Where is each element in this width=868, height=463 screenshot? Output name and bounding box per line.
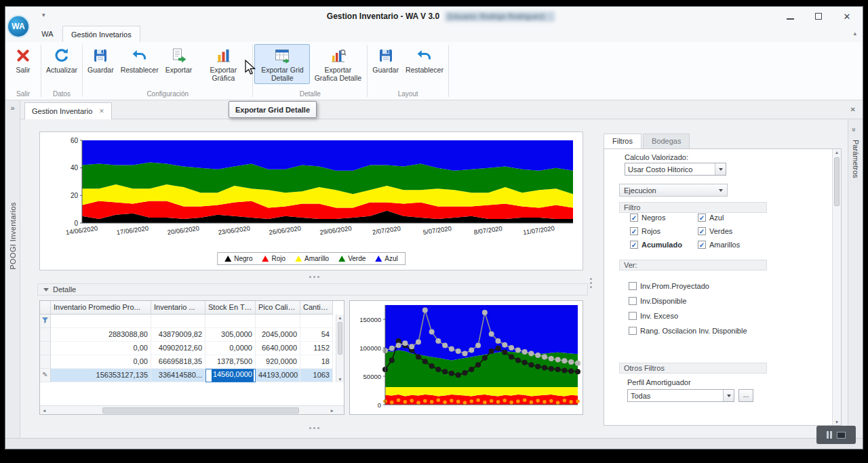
grid-cell[interactable]: 54 bbox=[300, 328, 333, 342]
grid-cell[interactable]: 0,00 bbox=[51, 342, 151, 355]
checkbox-acumulado[interactable]: ✓Acumulado bbox=[630, 241, 682, 249]
scroll-up-icon[interactable]: ▲ bbox=[833, 150, 841, 155]
checkbox-box[interactable]: ✓ bbox=[698, 241, 706, 249]
grid-cell[interactable]: 6640,0000 bbox=[256, 342, 300, 355]
checkbox-rang-oscilacion-inv-disponible[interactable]: Rang. Oscilacion Inv. Disponible bbox=[629, 327, 747, 335]
restablecer-config-button[interactable]: Restablecer bbox=[117, 44, 162, 76]
grid-column-header[interactable]: Pico Calific... bbox=[256, 301, 300, 315]
grid-cell[interactable]: 18 bbox=[300, 355, 333, 369]
dropdown-arrow-icon[interactable] bbox=[715, 163, 726, 175]
pause-icon[interactable] bbox=[827, 431, 829, 439]
editing-cell[interactable]: 14560,0000 bbox=[205, 369, 256, 382]
dropdown-arrow-icon[interactable] bbox=[723, 390, 734, 401]
table-row[interactable]: 0,0040902012,600,00006640,00001152 bbox=[40, 342, 344, 355]
grid-cell[interactable]: 156353127,135 bbox=[51, 369, 151, 382]
right-dock-title[interactable]: Parámetros bbox=[852, 140, 860, 178]
quick-access-caret-icon[interactable]: ▾ bbox=[42, 12, 45, 18]
scrollbar-thumb[interactable] bbox=[338, 322, 342, 355]
ribbon-collapse-icon[interactable]: ▴ bbox=[853, 30, 856, 37]
filter-cell[interactable] bbox=[51, 315, 151, 328]
grid-cell[interactable]: 1378,7500 bbox=[205, 355, 256, 369]
guardar-layout-button[interactable]: Guardar bbox=[369, 44, 402, 76]
checkbox-azul[interactable]: ✓Azul bbox=[698, 214, 724, 222]
checkbox-inv-disponible[interactable]: Inv.Disponible bbox=[629, 297, 686, 305]
checkbox-inv-prom-proyectado[interactable]: Inv.Prom.Proyectado bbox=[629, 282, 709, 290]
grid-cell[interactable]: 1152 bbox=[300, 342, 333, 355]
close-button[interactable]: ✕ bbox=[842, 12, 852, 21]
checkbox-box[interactable] bbox=[629, 282, 637, 290]
grid-cell[interactable]: 336414580... bbox=[151, 369, 205, 382]
checkbox-box[interactable]: ✓ bbox=[630, 214, 638, 222]
grid-cell[interactable]: 0,0000 bbox=[205, 342, 256, 355]
checkbox-box[interactable]: ✓ bbox=[630, 227, 638, 235]
table-row[interactable]: ✎156353127,135336414580...14560,00004419… bbox=[40, 369, 344, 382]
grid-cell[interactable]: 2045,0000 bbox=[256, 328, 300, 342]
table-row[interactable]: 2883088,8043879009,82305,00002045,000054 bbox=[40, 328, 344, 342]
grid-horizontal-scrollbar[interactable]: ◄ ► bbox=[40, 405, 344, 414]
grid-cell[interactable]: 0,00 bbox=[51, 355, 151, 369]
minimize-button[interactable] bbox=[785, 12, 795, 21]
checkbox-box[interactable] bbox=[629, 297, 637, 305]
filter-cell[interactable] bbox=[300, 315, 333, 328]
calc-valorizado-select[interactable]: Usar Costo Hitorico bbox=[625, 163, 726, 176]
checkbox-box[interactable] bbox=[629, 327, 637, 335]
right-dock-strip[interactable]: « Parámetros bbox=[848, 119, 863, 438]
checkbox-rojos[interactable]: ✓Rojos bbox=[630, 227, 660, 235]
scrollbar-thumb[interactable] bbox=[102, 407, 299, 414]
filter-cell[interactable] bbox=[256, 315, 300, 328]
scroll-down-icon[interactable]: ▼ bbox=[336, 377, 344, 382]
grid-cell[interactable]: 2883088,80 bbox=[51, 328, 151, 342]
exportar-grafica-detalle-button[interactable]: Exportar Grafica Detalle bbox=[310, 44, 366, 84]
exportar-grafica-button[interactable]: Exportar Gráfica bbox=[195, 44, 251, 84]
pin-icon[interactable]: « bbox=[850, 128, 857, 132]
perfil-browse-button[interactable]: ... bbox=[738, 389, 753, 402]
actualizar-button[interactable]: Actualizar bbox=[43, 44, 81, 76]
checkbox-box[interactable]: ✓ bbox=[630, 241, 638, 249]
document-tab-close-icon[interactable]: ✕ bbox=[99, 108, 104, 115]
left-dock-title[interactable]: POOGI Inventarios bbox=[9, 202, 17, 270]
grid-column-header[interactable]: Cantidad bbox=[300, 301, 333, 315]
grid-cell[interactable]: 66695818,35 bbox=[151, 355, 205, 369]
checkbox-box[interactable]: ✓ bbox=[698, 214, 706, 222]
grid-filter-row[interactable] bbox=[40, 315, 344, 328]
document-tab-gestion-inventario[interactable]: Gestion Inventario ✕ bbox=[24, 102, 112, 119]
exportar-button[interactable]: Exportar bbox=[162, 44, 196, 76]
checkbox-amarillos[interactable]: ✓Amarillos bbox=[698, 241, 740, 249]
ribbon-app-tab[interactable]: WA bbox=[37, 26, 58, 42]
left-dock-strip[interactable]: » POOGI Inventarios bbox=[5, 100, 20, 438]
checkbox-negros[interactable]: ✓Negros bbox=[630, 214, 665, 222]
scroll-down-icon[interactable]: ▼ bbox=[833, 420, 841, 424]
table-row[interactable]: 0,0066695818,351378,7500920,000018 bbox=[40, 355, 344, 369]
perfil-amortiguador-select[interactable]: Todas bbox=[627, 389, 734, 402]
grid-column-header[interactable]: Inventario ... bbox=[151, 301, 205, 315]
grid-cell[interactable]: 1063 bbox=[300, 369, 333, 382]
checkbox-box[interactable]: ✓ bbox=[698, 227, 706, 235]
grid-vertical-scrollbar[interactable]: ▲ ▼ bbox=[336, 315, 344, 382]
checkbox-inv-exceso[interactable]: Inv. Exceso bbox=[629, 312, 678, 320]
recorder-overlay[interactable] bbox=[816, 426, 856, 444]
grid-column-header[interactable]: Inventario Promedio Pro... bbox=[51, 301, 151, 315]
checkbox-verdes[interactable]: ✓Verdes bbox=[698, 227, 732, 235]
splitter-handle[interactable] bbox=[309, 276, 311, 278]
grid-cell[interactable]: 40902012,60 bbox=[151, 342, 205, 355]
tab-filtros[interactable]: Filtros bbox=[604, 134, 642, 148]
filters-scrollbar[interactable]: ▲ ▼ bbox=[832, 149, 841, 425]
grid-cell[interactable]: 43879009,82 bbox=[151, 328, 205, 342]
scroll-right-icon[interactable]: ► bbox=[330, 408, 334, 413]
grid-cell[interactable]: 305,0000 bbox=[205, 328, 256, 342]
filter-cell[interactable] bbox=[151, 315, 205, 328]
maximize-button[interactable] bbox=[814, 12, 823, 21]
grid-column-header[interactable]: Stock En Transito bbox=[205, 301, 256, 315]
checkbox-box[interactable] bbox=[629, 312, 637, 320]
scroll-up-icon[interactable]: ▲ bbox=[336, 315, 344, 320]
exportar-grid-detalle-button[interactable]: Exportar Grid Detalle bbox=[254, 44, 310, 84]
app-logo[interactable]: WA bbox=[7, 15, 30, 38]
detalle-section-header[interactable]: Detalle bbox=[37, 283, 588, 296]
ejecucion-dropdown[interactable]: Ejecucion bbox=[619, 184, 728, 197]
tab-bodegas[interactable]: Bodegas bbox=[643, 134, 690, 148]
filter-cell[interactable] bbox=[205, 315, 256, 328]
detail-grid[interactable]: Inventario Promedio Pro...Inventario ...… bbox=[39, 300, 344, 415]
scroll-left-icon[interactable]: ◄ bbox=[42, 408, 46, 413]
expand-panel-icon[interactable]: » bbox=[5, 104, 20, 112]
guardar-config-button[interactable]: Guardar bbox=[84, 44, 117, 76]
